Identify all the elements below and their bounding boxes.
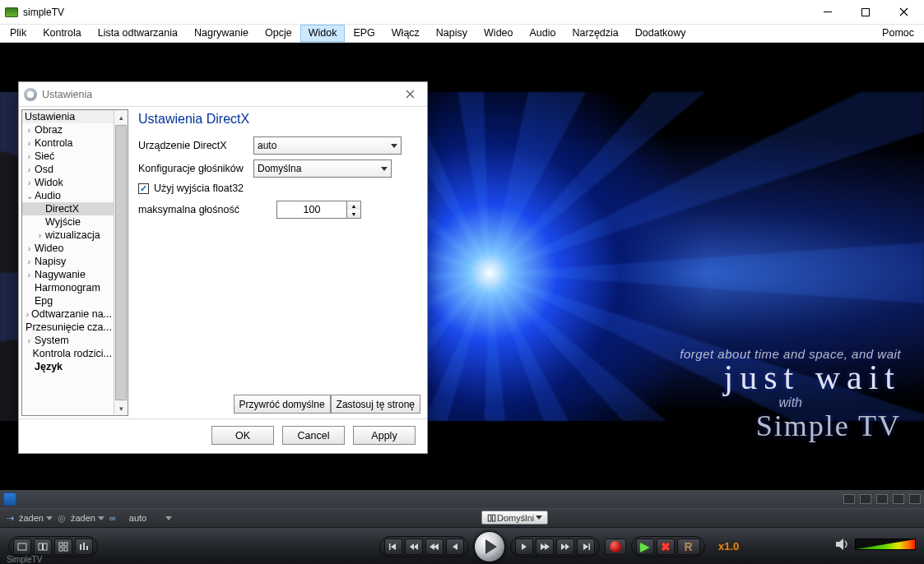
step-back-button[interactable] bbox=[446, 539, 464, 555]
chevron-down-icon bbox=[381, 167, 388, 171]
tree-scrollbar[interactable]: ▴ ▾ bbox=[114, 110, 128, 415]
tree-item[interactable]: ›Sieć bbox=[22, 150, 114, 163]
speakers-combo[interactable]: Domyślna bbox=[253, 159, 392, 178]
scroll-thumb[interactable] bbox=[115, 125, 127, 400]
layout-bars-button[interactable] bbox=[75, 539, 93, 555]
menu-narzędzia[interactable]: Narzędzia bbox=[564, 25, 626, 42]
tree-item[interactable]: ›wizualizacja bbox=[22, 229, 114, 242]
apply-button[interactable]: Apply bbox=[353, 426, 416, 445]
tree-header: Ustawienia bbox=[22, 110, 114, 123]
source-dropdown-1[interactable]: żaden bbox=[19, 513, 53, 523]
maxvol-input[interactable] bbox=[276, 201, 347, 219]
menu-epg[interactable]: EPG bbox=[345, 25, 383, 42]
panel-window-button-3[interactable] bbox=[876, 494, 888, 504]
spin-down-button[interactable]: ▼ bbox=[347, 210, 360, 218]
tree-item[interactable]: DirectX bbox=[22, 202, 114, 215]
panel-logo-icon[interactable] bbox=[3, 492, 16, 506]
device-combo[interactable]: auto bbox=[253, 136, 402, 155]
stop-x-button[interactable]: ✖ bbox=[657, 539, 675, 555]
dialog-titlebar: Ustawienia bbox=[19, 82, 427, 107]
tree-item[interactable]: Harmonogram bbox=[22, 281, 114, 294]
repeat-button[interactable]: R bbox=[677, 539, 700, 555]
tree-item[interactable]: Przesunięcie cza... bbox=[22, 321, 114, 334]
tree-item[interactable]: Wyjście bbox=[22, 215, 114, 229]
tree-item[interactable]: ›Nagywanie bbox=[22, 268, 114, 281]
tree-item[interactable]: ›Widok bbox=[22, 176, 114, 189]
menu-widok[interactable]: Widok bbox=[300, 25, 346, 42]
skip-first-button[interactable] bbox=[384, 539, 402, 555]
transport-bar: ▶ ✖ R x1.0 SimpleTV bbox=[0, 528, 924, 564]
layout-grid-button[interactable] bbox=[54, 539, 72, 555]
restore-defaults-button[interactable]: Przywróć domyślne bbox=[234, 395, 331, 414]
tree-item[interactable]: ›System bbox=[22, 334, 114, 347]
settings-tree: Ustawienia›Obraz›Kontrola›Sieć›Osd›Widok… bbox=[21, 109, 128, 416]
play-green-icon: ▶ bbox=[640, 539, 650, 554]
maximize-button[interactable] bbox=[847, 0, 885, 25]
play-green-button[interactable]: ▶ bbox=[636, 539, 654, 555]
cancel-button[interactable]: Cancel bbox=[282, 426, 345, 445]
tree-item[interactable]: ›Wideo bbox=[22, 242, 114, 255]
source-dropdown-2[interactable]: żaden bbox=[71, 513, 104, 523]
panel-window-button-2[interactable] bbox=[860, 494, 871, 504]
play-button[interactable] bbox=[474, 531, 505, 562]
menu-napisy[interactable]: Napisy bbox=[428, 25, 476, 42]
menu-opcje[interactable]: Opcje bbox=[257, 25, 300, 42]
mode-dropdown[interactable]: auto bbox=[129, 513, 172, 523]
menu-wideo[interactable]: Wideo bbox=[476, 25, 521, 42]
audio-mode-chip[interactable]: ▯▯ Domyślni bbox=[481, 511, 548, 525]
menu-włącz[interactable]: Włącz bbox=[383, 25, 428, 42]
tree-item[interactable]: ›Odtwarzanie na... bbox=[22, 307, 114, 321]
device-value: auto bbox=[258, 140, 276, 151]
svg-rect-13 bbox=[589, 543, 591, 550]
menu-kontrola[interactable]: Kontrola bbox=[35, 25, 90, 42]
menu-audio[interactable]: Audio bbox=[522, 25, 564, 42]
settings-pane: Ustawienia DirectX Urządzenie DirectX au… bbox=[128, 107, 427, 418]
ok-button[interactable]: OK bbox=[211, 426, 274, 445]
maxvol-label: maksymalna głośność bbox=[138, 204, 253, 215]
window-titlebar: simpleTV bbox=[0, 0, 924, 25]
menu-dodatkowy[interactable]: Dodatkowy bbox=[627, 25, 694, 42]
tree-item[interactable]: ›Napisy bbox=[22, 255, 114, 268]
step-fwd-button[interactable] bbox=[515, 539, 533, 555]
layout-single-button[interactable] bbox=[13, 539, 31, 555]
fast-fwd-button[interactable] bbox=[536, 539, 554, 555]
skip-last-button[interactable] bbox=[577, 539, 595, 555]
scroll-down-button[interactable]: ▾ bbox=[114, 401, 128, 415]
menu-lista odtwarzania[interactable]: Lista odtwarzania bbox=[90, 25, 186, 42]
panel-top-row bbox=[0, 490, 924, 508]
speaker-icon[interactable] bbox=[835, 538, 850, 551]
chevron-down-icon bbox=[391, 144, 397, 148]
pane-heading: Ustawienia DirectX bbox=[138, 112, 419, 127]
dialog-close-button[interactable] bbox=[397, 84, 422, 105]
tree-item[interactable]: Język bbox=[22, 360, 114, 373]
layout-split-button[interactable] bbox=[34, 539, 52, 555]
signal-icon: ⇢ bbox=[7, 513, 14, 524]
spin-up-button[interactable]: ▲ bbox=[347, 201, 360, 210]
menu-help[interactable]: Pomoc bbox=[874, 25, 922, 42]
maxvol-spinner[interactable]: ▲ ▼ bbox=[276, 201, 361, 219]
panel-middle-row: ⇢ żaden ◎ żaden ∞ auto bbox=[0, 508, 924, 528]
prev-button[interactable] bbox=[405, 539, 423, 555]
tree-item[interactable]: Epg bbox=[22, 294, 114, 307]
record-button[interactable] bbox=[605, 539, 626, 555]
menu-plik[interactable]: Plik bbox=[2, 25, 35, 42]
close-button[interactable] bbox=[885, 0, 922, 25]
minimize-button[interactable] bbox=[809, 0, 847, 25]
float32-checkbox[interactable]: ✓ Użyj wyjścia float32 bbox=[138, 183, 419, 194]
panel-window-button-5[interactable] bbox=[909, 494, 921, 504]
panel-window-button-4[interactable] bbox=[893, 494, 904, 504]
menu-nagrywanie[interactable]: Nagrywanie bbox=[186, 25, 257, 42]
scroll-up-button[interactable]: ▴ bbox=[114, 110, 128, 124]
tree-item[interactable]: ›Kontrola bbox=[22, 136, 114, 150]
apply-page-button[interactable]: Zastosuj tę stronę bbox=[331, 395, 420, 414]
rewind-button[interactable] bbox=[425, 539, 443, 555]
tree-item[interactable]: ⌄Audio bbox=[22, 189, 114, 202]
next-button[interactable] bbox=[556, 539, 574, 555]
tree-item[interactable]: Kontrola rodzici... bbox=[22, 347, 114, 360]
tree-item[interactable]: ›Obraz bbox=[22, 123, 114, 136]
tree-item[interactable]: ›Osd bbox=[22, 163, 114, 176]
volume-meter[interactable] bbox=[855, 539, 916, 550]
audio-mode-label: Domyślni bbox=[497, 513, 534, 523]
panel-window-button-1[interactable] bbox=[843, 494, 855, 504]
svg-rect-0 bbox=[824, 12, 832, 12]
